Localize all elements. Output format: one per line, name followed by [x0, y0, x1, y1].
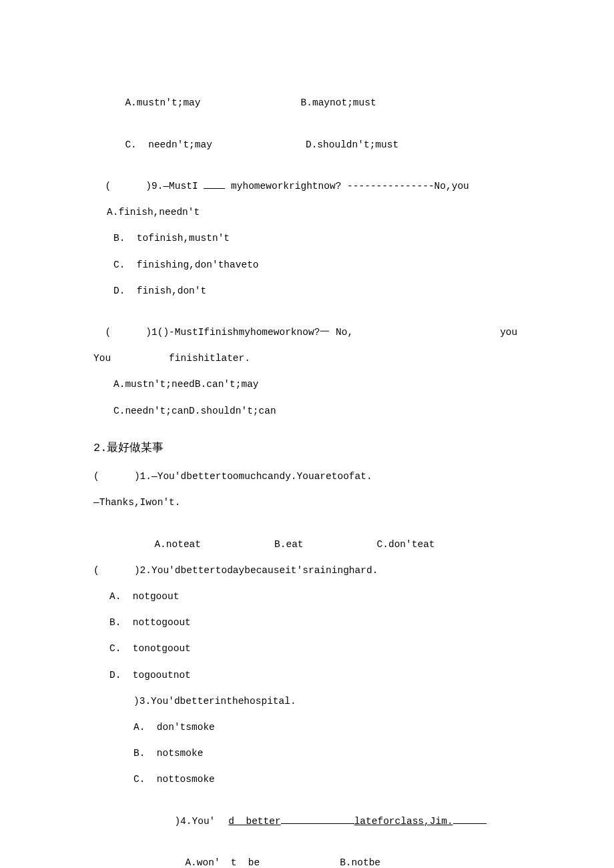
q8-opt-d: D.shouldn't;must	[306, 139, 398, 150]
s2q4-stem-post: lateforclass,Jim.	[354, 816, 453, 827]
s2q3-opt-b: B. notsmoke	[93, 746, 521, 761]
blank-icon	[281, 814, 354, 824]
q9-opt-b: B. tofinish,mustn't	[93, 231, 521, 246]
q9-opt-a: A.finish,needn't	[93, 205, 521, 220]
s2q2-opt-d: D. togooutnot	[93, 668, 521, 683]
s2q1-opts: A.noteatB.eatC.don'teat	[93, 521, 521, 552]
s2q1-line2: —Thanks,Iwon't.	[93, 495, 521, 510]
s2q3-opt-a: A. don'tsmoke	[93, 720, 521, 735]
q8-opt-a: A.mustn't;may	[125, 97, 200, 108]
q9-stem: ( )9.—MustI myhomeworkrightnow? --------…	[93, 163, 521, 194]
blank-icon	[453, 814, 487, 824]
q9-stem-pre: ( )9.—MustI	[105, 181, 204, 191]
s2q1-opt-a: A.noteat	[154, 539, 201, 550]
section2-title: 2.最好做某事	[93, 439, 521, 457]
q10-line1: ( )1()-MustIfinishmyhomeworknow?一 No,you	[93, 310, 521, 340]
q10-cd: C.needn't;canD.shouldn't;can	[93, 404, 521, 419]
s2q4-stem-pre: )4.You'	[174, 816, 215, 827]
q8-opt-c: C. needn't;may	[125, 139, 212, 150]
s2q4-opt-a-pre: A.won'	[185, 857, 220, 868]
s2q2-stem: ( )2.You'dbettertodaybecauseit'srainingh…	[93, 563, 521, 578]
s2q1-opt-c: C.don'teat	[377, 539, 435, 550]
s2q4-opt-a-post: t be	[231, 857, 260, 868]
s2q2-opt-a: A. notgoout	[93, 589, 521, 604]
s2q4-opts-ab: A.won't beB.notbe	[93, 840, 521, 868]
s2q4-stem: )4.You'd betterlateforclass,Jim.	[93, 798, 521, 829]
s2q2-opt-b: B. nottogoout	[93, 615, 521, 630]
q10-line1-post: you	[500, 327, 517, 338]
s2q2-opt-c: C. tonotgoout	[93, 641, 521, 657]
q8-opts-cd: C. needn't;mayD.shouldn't;must	[93, 121, 521, 152]
q10-line1-pre: ( )1()-MustIfinishmyhomeworknow?一 No,	[105, 327, 353, 338]
s2q3-opt-c: C. nottosmoke	[93, 772, 521, 787]
q9-opt-d: D. finish,don't	[93, 284, 521, 299]
s2q4-opt-b: B.notbe	[340, 857, 380, 868]
q9-stem-post: myhomeworkrightnow? ---------------No,yo…	[231, 181, 469, 191]
q8-opts-ab: A.mustn't;mayB.maynot;must	[93, 80, 521, 111]
s2q3-stem: )3.You'dbetterinthehospital.	[93, 694, 521, 709]
s2q1-stem: ( )1.—You'dbettertoomuchcandy.Youaretoof…	[93, 469, 521, 484]
blank-icon	[204, 179, 225, 189]
q10-ab: A.mustn't;needB.can't;may	[93, 377, 521, 392]
q10-line2: You finishitlater.	[93, 351, 521, 366]
s2q4-stem-mid: d better	[228, 816, 280, 827]
s2q1-opt-b: B.eat	[274, 539, 304, 550]
q9-opt-c: C. finishing,don'thaveto	[93, 258, 521, 273]
q8-opt-b: B.maynot;must	[301, 97, 376, 108]
